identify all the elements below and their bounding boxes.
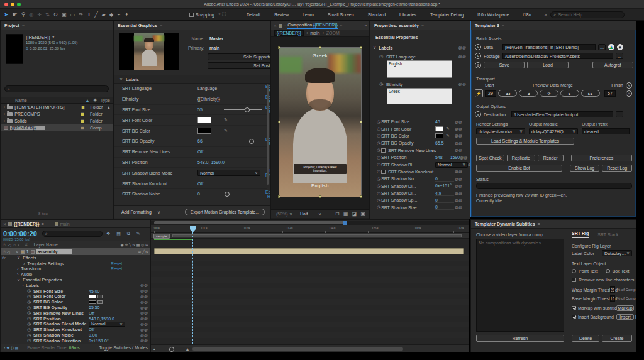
tree-row-effects[interactable]: fx ∨ Effects: [1, 255, 150, 261]
roto-brush-tool[interactable]: ⌁: [117, 11, 120, 18]
eg-labels-header[interactable]: ∨ Labels: [114, 75, 270, 84]
magnification-dropdown[interactable]: (50%)∨: [274, 211, 295, 217]
panel-menu-icon[interactable]: ≡: [538, 222, 540, 226]
versioning-footage-icon[interactable]: ъ: [475, 53, 481, 59]
project-row-precomps[interactable]: › PRECOMPS Folder: [1, 111, 113, 117]
tree-value[interactable]: Off: [89, 327, 94, 332]
prop-row-srt-position[interactable]: ◷ SRT Position 5481590 @@: [373, 154, 467, 161]
properties-tab[interactable]: Properties: assembly: [374, 23, 419, 28]
prop-row-srt-shadow-knockout[interactable]: ◷ SRT Shadow Knockout @@: [373, 168, 467, 175]
shape-tool[interactable]: ▭: [70, 12, 75, 18]
bit-depth-indicator[interactable]: 8 bpc: [38, 212, 48, 215]
twirl-icon[interactable]: ∨: [16, 249, 19, 254]
font-size-slider[interactable]: [224, 109, 262, 110]
panel-menu-icon[interactable]: ≡: [502, 23, 504, 28]
overflow-icon[interactable]: »: [364, 23, 367, 28]
twirl-icon[interactable]: ∨: [119, 77, 123, 82]
srt-language-textarea[interactable]: English: [387, 60, 452, 78]
eraser-tool[interactable]: ◆: [109, 12, 113, 18]
eg-row-value[interactable]: Off: [197, 182, 224, 186]
tree-row-transform[interactable]: › Transform Reset: [1, 266, 150, 272]
eg-row-value[interactable]: 55: [197, 107, 224, 112]
viewer-option-icons[interactable]: ⊡ ▦ ◪ ▣: [335, 211, 367, 217]
selection-handle[interactable]: [319, 46, 321, 49]
next-row-button[interactable]: ▶: [560, 90, 579, 97]
project-row-render[interactable]: {{RENDER}} Comp: [1, 124, 113, 131]
stopwatch-icon[interactable]: ◷: [377, 133, 381, 138]
eg-row-srt-remove-new-lines[interactable]: SRT Remove New Lines Off: [114, 147, 267, 158]
tab-srt-stack[interactable]: SRT Stack: [597, 232, 618, 237]
eyedropper-icon[interactable]: ✎: [446, 133, 450, 138]
render-button[interactable]: Render: [538, 155, 564, 161]
pencil-tool[interactable]: ╱: [94, 11, 97, 18]
refresh-button[interactable]: Refresh: [476, 335, 564, 342]
marker-sample[interactable]: sample: [153, 234, 170, 239]
pick-whip-icons[interactable]: @@: [458, 55, 466, 58]
tree-row-srt-bg-color[interactable]: ◷ SRT BG Color @@: [1, 299, 150, 305]
label-color[interactable]: [80, 126, 84, 130]
layer-label-color[interactable]: [21, 250, 25, 254]
snapping-checkbox[interactable]: [189, 13, 194, 17]
selection-handle[interactable]: [278, 195, 280, 198]
pick-whip-icons[interactable]: @@: [455, 134, 467, 138]
reset-link[interactable]: Reset: [111, 261, 122, 266]
snap-options-icons[interactable]: ⌖ ⛶: [218, 11, 226, 18]
pick-whip-icons[interactable]: @@: [140, 328, 148, 332]
replicate-button[interactable]: Replicate: [507, 155, 535, 161]
project-tab[interactable]: Project: [4, 23, 19, 28]
pick-whip-icons[interactable]: @@: [140, 306, 148, 310]
eg-scrollbar[interactable]: [267, 84, 269, 185]
twirl-icon[interactable]: ∨: [17, 278, 20, 283]
selection-handle[interactable]: [278, 121, 280, 123]
start-row-field[interactable]: 29: [485, 90, 496, 97]
stopwatch-icon[interactable]: ◷: [379, 54, 383, 59]
pick-whip-icons[interactable]: @@: [455, 141, 467, 145]
font-color-swatch[interactable]: [197, 117, 211, 123]
prop-value[interactable]: 0: [435, 177, 454, 182]
stopwatch-icon[interactable]: ◷: [27, 327, 31, 332]
stopwatch-icon[interactable]: ◷: [377, 148, 381, 153]
eyedropper-icon[interactable]: ✎: [446, 126, 450, 131]
markup-subtitles-checkbox[interactable]: [572, 306, 576, 310]
type-tool[interactable]: T: [87, 11, 91, 18]
pick-whip-icons[interactable]: @@: [140, 289, 148, 293]
timeline-ruler[interactable]: :00s 01s 02s 03s 04s 05s 06s 07s: [151, 225, 469, 233]
insert-button[interactable]: Insert: [616, 314, 634, 320]
prop-row-srt-bg-color[interactable]: ◷ SRT BG Color ✎ @@: [373, 133, 467, 139]
timeline-bottom-icons[interactable]: ◔ ❖ ⟨⟩ ▤: [3, 346, 18, 350]
destination-browse-button[interactable]: ...: [616, 111, 623, 117]
panel-menu-icon[interactable]: ≡: [42, 222, 44, 226]
selection-handle[interactable]: [360, 121, 362, 123]
stopwatch-icon[interactable]: ◷: [27, 338, 31, 343]
prop-value[interactable]: 0: [435, 205, 454, 210]
twirl-icon[interactable]: ›: [17, 272, 18, 276]
hand-tool[interactable]: ☛: [13, 11, 18, 18]
toggle-switches-modes[interactable]: Toggle Switches / Modes: [99, 346, 148, 350]
versioning-data-icon[interactable]: ъ: [475, 44, 481, 50]
eg-row-value[interactable]: 548.0, 1590.0: [197, 160, 265, 165]
location-pin-icon[interactable]: ◉: [617, 44, 623, 50]
twirl-icon[interactable]: ∨: [373, 45, 376, 50]
eg-row-ethnicity[interactable]: Ethnicity {{Ethnicity}} Edit Pr: [114, 94, 267, 105]
stopwatch-icon[interactable]: ◷: [379, 82, 383, 87]
prop-row-srt-remove-new-lines[interactable]: ◷ SRT Remove New Lines @@: [373, 147, 467, 154]
panel-menu-icon[interactable]: ≡: [340, 23, 342, 28]
prop-row-srt-shadow-direction[interactable]: ◷ SRT Shadow Di... 0x+151° @@: [373, 183, 467, 190]
eyedropper-icon[interactable]: ✎: [224, 117, 265, 123]
remove-new-lines-checkbox[interactable]: [381, 148, 386, 153]
eg-row-value[interactable]: 66: [197, 139, 224, 143]
bg-color-swatch[interactable]: [435, 133, 443, 138]
color-options-box[interactable]: [97, 295, 103, 298]
layer-name-column[interactable]: Layer Name: [34, 243, 58, 247]
bg-color-swatch[interactable]: [197, 128, 211, 134]
workspace-libraries[interactable]: Libraries: [392, 13, 423, 17]
enable-bot-button[interactable]: Enable Bot: [476, 165, 562, 172]
pick-whip-icons[interactable]: @@: [455, 184, 467, 188]
tree-row-essential-properties[interactable]: ∨ Essential Properties: [1, 277, 150, 283]
save-button[interactable]: Save: [484, 62, 525, 68]
stopwatch-icon[interactable]: ◷: [27, 294, 31, 299]
font-color-swatch[interactable]: [89, 295, 96, 298]
box-text-radio[interactable]: [606, 269, 610, 273]
pick-whip-icons[interactable]: @@: [140, 339, 148, 342]
assembly-layer-bar[interactable]: [154, 248, 464, 254]
